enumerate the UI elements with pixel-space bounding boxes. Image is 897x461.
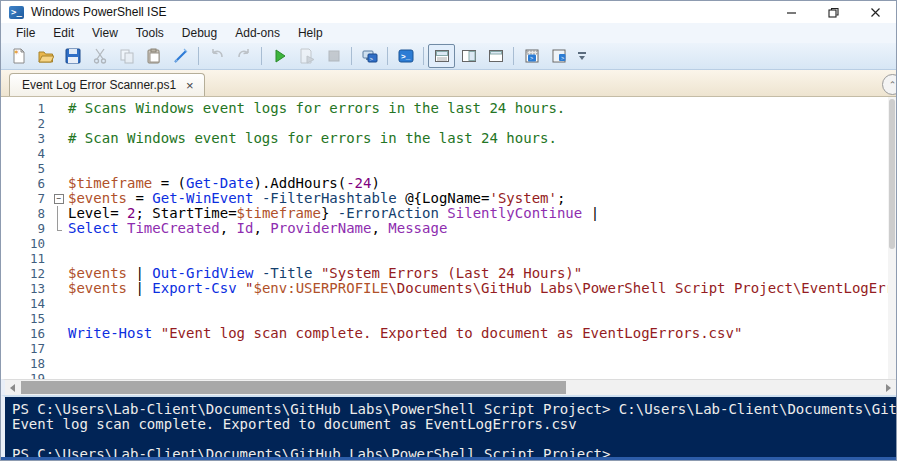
layout-max-icon [488,48,504,64]
show-hide-script-pane-button[interactable]: > [518,44,545,68]
script-editor-pane[interactable]: 1# Scans Windows event logs for errors i… [1,97,896,379]
fold-margin [53,371,68,379]
menu-help[interactable]: Help [289,24,332,42]
fold-collapse-icon[interactable]: − [53,191,68,206]
close-icon [870,7,881,18]
menu-edit[interactable]: Edit [44,24,83,42]
fold-margin [53,341,68,356]
close-button[interactable] [854,1,896,23]
start-powershell-exe-button[interactable]: >_ [392,44,419,68]
editor-vertical-scrollbar[interactable] [888,97,896,379]
line-number: 11 [5,251,53,266]
code-text: $events | Out-GridView -Title "System Er… [68,266,582,281]
remote-icon: > [362,48,378,64]
fold-margin [53,116,68,131]
tab-close-icon[interactable]: × [184,79,196,92]
expand-script-pane-button[interactable]: ⌃ [882,74,897,95]
restore-icon [828,7,839,18]
console-line: PS C:\Users\Lab-Client\Documents\GitHub … [12,402,896,417]
line-number: 9 [5,221,53,236]
vertical-scrollbar-thumb[interactable] [889,99,895,249]
open-script-button[interactable] [32,44,59,68]
toolbar-separator [387,47,388,65]
line-number: 8 [5,206,53,221]
console-pane[interactable]: PS C:\Users\Lab-Client\Documents\GitHub … [1,395,896,457]
line-number: 16 [5,326,53,341]
code-line[interactable]: 7−$events = Get-WinEvent -FilterHashtabl… [5,191,896,206]
line-number: 4 [5,146,53,161]
layout-right-icon [461,48,477,64]
stop-icon [326,48,342,64]
line-number: 6 [5,176,53,191]
code-line[interactable]: 5 [5,161,896,176]
line-number: 5 [5,161,53,176]
minimize-button[interactable] [770,1,812,23]
code-text: Level= 2; StartTime=$timeframe} -ErrorAc… [68,206,599,221]
svg-text:>: > [561,55,564,61]
code-line[interactable]: 15 [5,311,896,326]
code-text: $events | Export-Csv "$env:USERPROFILE\D… [68,281,896,296]
fold-margin [53,161,68,176]
toolbar-separator [198,47,199,65]
redo-button [230,44,257,68]
show-script-pane-maximized-button[interactable] [482,44,509,68]
copy-icon [119,48,135,64]
save-script-button[interactable] [59,44,86,68]
console-line: Event log scan complete. Exported to doc… [12,417,896,432]
code-line[interactable]: 19 [5,371,896,379]
menu-debug[interactable]: Debug [173,24,226,42]
menu-addons[interactable]: Add-ons [226,24,289,42]
redo-icon [236,48,252,64]
new-remote-powershell-tab-button[interactable]: > [356,44,383,68]
code-line[interactable]: 4 [5,146,896,161]
scroll-right-arrow[interactable] [881,380,896,395]
code-line[interactable]: 14 [5,296,896,311]
code-line[interactable]: 17 [5,341,896,356]
runsel-icon [299,48,315,64]
code-line[interactable]: 11 [5,251,896,266]
code-line[interactable]: 10 [5,236,896,251]
menu-view[interactable]: View [83,24,127,42]
code-line[interactable]: 9Select TimeCreated, Id, ProviderName, M… [5,221,896,236]
code-line[interactable]: 3# Scan Windows event logs for errors in… [5,131,896,146]
code-line[interactable]: 8Level= 2; StartTime=$timeframe} -ErrorA… [5,206,896,221]
layout-top-icon [434,48,450,64]
editor-horizontal-scrollbar[interactable] [1,379,896,395]
save-icon [65,48,81,64]
fold-margin [53,281,68,296]
show-hide-command-pane-button[interactable]: > [545,44,572,68]
svg-text:>_: >_ [401,52,411,61]
code-line[interactable]: 6$timeframe = (Get-Date).AddHours(-24) [5,176,896,191]
toolbar-overflow-button[interactable] [574,45,590,67]
horizontal-scrollbar-thumb[interactable] [21,381,566,394]
window-controls [770,1,896,23]
run-icon [272,48,288,64]
paste-button[interactable] [140,44,167,68]
code-line[interactable]: 13$events | Export-Csv "$env:USERPROFILE… [5,281,896,296]
line-number: 3 [5,131,53,146]
cut-icon [92,48,108,64]
scroll-left-arrow[interactable] [5,380,20,395]
menu-tools[interactable]: Tools [127,24,173,42]
code-text: # Scans Windows event logs for errors in… [68,101,565,116]
line-number: 15 [5,311,53,326]
line-number: 17 [5,341,53,356]
code-line[interactable]: 18 [5,356,896,371]
fold-margin [53,146,68,161]
show-script-pane-top-button[interactable] [428,44,455,68]
code-line[interactable]: 16Write-Host "Event log scan complete. E… [5,326,896,341]
new-script-button[interactable]: ✶ [5,44,32,68]
fold-margin [53,236,68,251]
run-script-button[interactable] [266,44,293,68]
menu-file[interactable]: File [7,24,44,42]
code-line[interactable]: 2 [5,116,896,131]
restore-button[interactable] [812,1,854,23]
fold-margin [53,221,68,236]
code-text: $timeframe = (Get-Date).AddHours(-24) [68,176,380,191]
tab-event-log-error-scanner[interactable]: Event Log Error Scanner.ps1 × [9,73,205,96]
show-script-pane-right-button[interactable] [455,44,482,68]
code-line[interactable]: 1# Scans Windows event logs for errors i… [5,101,896,116]
line-number: 2 [5,116,53,131]
clear-console-pane-button[interactable] [167,44,194,68]
code-line[interactable]: 12$events | Out-GridView -Title "System … [5,266,896,281]
